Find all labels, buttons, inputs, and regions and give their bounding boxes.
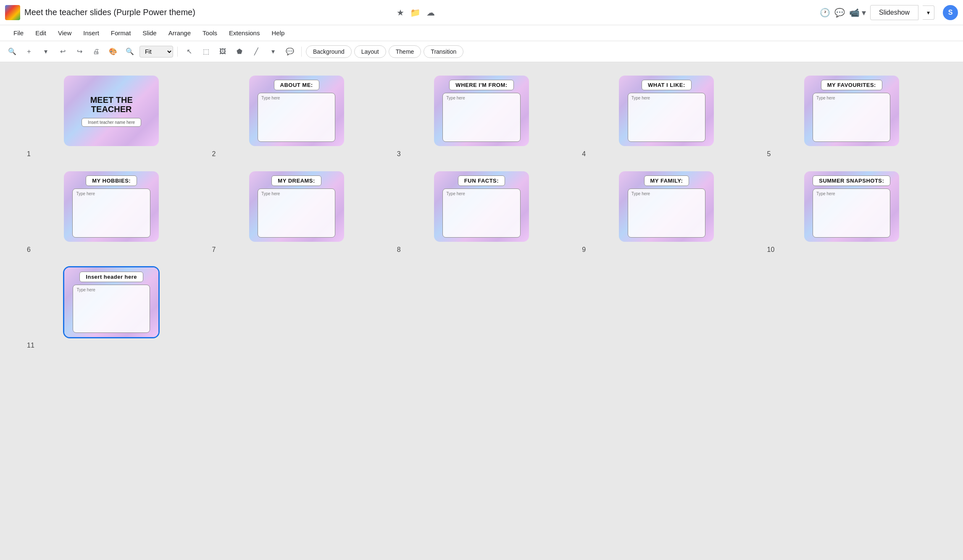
folder-icon[interactable]: 📁: [410, 8, 421, 18]
toolbar-divider-2: [301, 47, 302, 57]
slide-container-6: MY HOBBIES: Type here 6: [25, 170, 197, 254]
slide-3-placeholder: Type here: [446, 96, 516, 100]
slide-7-textbox: Type here: [258, 188, 335, 238]
slide-number-8: 8: [397, 246, 401, 254]
slide-10[interactable]: SUMMER SNAPSHOTS: Type here: [803, 170, 900, 243]
menu-insert[interactable]: Insert: [78, 28, 104, 38]
print-button[interactable]: 🖨: [89, 44, 103, 59]
zoom-select[interactable]: Fit 50% 75% 100% 125% 150%: [139, 46, 173, 58]
image-button[interactable]: 🖼: [216, 44, 230, 59]
slideshow-button[interactable]: Slideshow: [870, 5, 918, 20]
toolbar-divider-1: [177, 47, 178, 57]
slide-container-2: ABOUT ME: Type here 2: [210, 75, 382, 158]
add-slide-dropdown[interactable]: ▾: [39, 44, 53, 59]
slide-11[interactable]: Insert header here Type here: [63, 266, 160, 338]
slide-2-placeholder: Type here: [261, 96, 332, 100]
paint-button[interactable]: 🎨: [106, 44, 120, 59]
background-button[interactable]: Background: [306, 45, 352, 58]
slide-6[interactable]: MY HOBBIES: Type here: [63, 170, 160, 243]
toolbar: 🔍 + ▾ ↩ ↪ 🖨 🎨 🔍 Fit 50% 75% 100% 125% 15…: [0, 41, 963, 62]
menu-extensions[interactable]: Extensions: [224, 28, 265, 38]
slide-9-textbox: Type here: [628, 188, 705, 238]
slide-number-9: 9: [582, 246, 586, 254]
slide-1-content: MEET THE TEACHER Insert teacher name her…: [64, 76, 159, 146]
slide-8-textbox: Type here: [442, 188, 520, 238]
slide-1-name-box: Insert teacher name here: [82, 118, 141, 127]
transition-button[interactable]: Transition: [424, 45, 463, 58]
slide-7[interactable]: MY DREAMS: Type here: [248, 170, 345, 243]
slide-number-1: 1: [27, 150, 31, 158]
slide-5-textbox: Type here: [813, 93, 890, 142]
search-button[interactable]: 🔍: [5, 44, 19, 59]
slide-4-textbox: Type here: [628, 93, 705, 142]
theme-button[interactable]: Theme: [389, 45, 421, 58]
doc-title: Meet the teacher slides (Purple Power th…: [24, 8, 392, 17]
slide-8[interactable]: FUN FACTS: Type here: [433, 170, 530, 243]
layout-button[interactable]: Layout: [354, 45, 386, 58]
user-avatar[interactable]: S: [943, 5, 958, 20]
slide-number-4: 4: [582, 150, 586, 158]
slide-2-textbox: Type here: [258, 93, 335, 142]
slide-5-content: MY FAVOURITES: Type here: [804, 76, 899, 146]
slide-2-content: ABOUT ME: Type here: [249, 76, 344, 146]
menu-arrange[interactable]: Arrange: [163, 28, 196, 38]
star-icon[interactable]: ★: [397, 8, 404, 18]
slide-number-10: 10: [767, 246, 775, 254]
slides-grid: MEET THE TEACHER Insert teacher name her…: [25, 75, 938, 349]
slide-9-content: MY FAMILY: Type here: [619, 171, 714, 242]
menu-file[interactable]: File: [8, 28, 29, 38]
slide-7-header: MY DREAMS:: [271, 175, 321, 186]
comment-button[interactable]: 💬: [283, 44, 297, 59]
menu-edit[interactable]: Edit: [30, 28, 51, 38]
slide-number-5: 5: [767, 150, 771, 158]
line-button[interactable]: ╱: [249, 44, 263, 59]
slide-5[interactable]: MY FAVOURITES: Type here: [803, 75, 900, 147]
line-dropdown[interactable]: ▾: [266, 44, 280, 59]
slide-10-header: SUMMER SNAPSHOTS:: [813, 175, 890, 186]
menu-help[interactable]: Help: [266, 28, 289, 38]
app-icon[interactable]: [5, 5, 20, 20]
menu-view[interactable]: View: [53, 28, 76, 38]
slide-11-header: Insert header here: [79, 272, 143, 282]
slide-container-4: WHAT I LIKE: Type here 4: [580, 75, 753, 158]
slide-container-1: MEET THE TEACHER Insert teacher name her…: [25, 75, 197, 158]
slide-6-header: MY HOBBIES:: [86, 175, 137, 186]
slide-8-placeholder: Type here: [446, 191, 516, 196]
top-bar: Meet the teacher slides (Purple Power th…: [0, 0, 963, 25]
select-button[interactable]: ⬚: [199, 44, 213, 59]
menu-tools[interactable]: Tools: [197, 28, 222, 38]
slide-9[interactable]: MY FAMILY: Type here: [618, 170, 715, 243]
history-icon[interactable]: 🕐: [820, 8, 830, 18]
slideshow-dropdown-arrow[interactable]: ▾: [923, 5, 934, 20]
slide-5-placeholder: Type here: [816, 96, 887, 100]
cursor-button[interactable]: ↖: [182, 44, 196, 59]
add-slide-button[interactable]: +: [22, 44, 36, 59]
cloud-icon[interactable]: ☁: [426, 8, 435, 18]
slide-4-content: WHAT I LIKE: Type here: [619, 76, 714, 146]
zoom-button[interactable]: 🔍: [123, 44, 137, 59]
main-content: MEET THE TEACHER Insert teacher name her…: [0, 62, 963, 560]
menu-format[interactable]: Format: [106, 28, 136, 38]
slide-11-content: Insert header here Type here: [64, 267, 158, 337]
undo-button[interactable]: ↩: [55, 44, 70, 59]
slide-1-title: MEET THE TEACHER: [69, 95, 154, 114]
slide-3-textbox: Type here: [442, 93, 520, 142]
slide-3-header: WHERE I'M FROM:: [449, 80, 513, 90]
slide-number-7: 7: [212, 246, 216, 254]
slide-11-textbox: Type here: [73, 285, 150, 333]
slide-4[interactable]: WHAT I LIKE: Type here: [618, 75, 715, 147]
slide-2[interactable]: ABOUT ME: Type here: [248, 75, 345, 147]
video-icon[interactable]: 📹 ▾: [849, 8, 866, 18]
slide-4-placeholder: Type here: [631, 96, 702, 100]
slide-10-content: SUMMER SNAPSHOTS: Type here: [804, 171, 899, 242]
comment-icon[interactable]: 💬: [834, 8, 845, 18]
title-icons: ★ 📁 ☁: [397, 8, 435, 18]
redo-button[interactable]: ↪: [72, 44, 87, 59]
shape-button[interactable]: ⬟: [232, 44, 247, 59]
slide-container-10: SUMMER SNAPSHOTS: Type here 10: [766, 170, 938, 254]
slide-container-11: Insert header here Type here 11: [25, 266, 197, 349]
slide-3[interactable]: WHERE I'M FROM: Type here: [433, 75, 530, 147]
menu-slide[interactable]: Slide: [137, 28, 161, 38]
slide-1[interactable]: MEET THE TEACHER Insert teacher name her…: [63, 75, 160, 147]
menu-bar: File Edit View Insert Format Slide Arran…: [0, 25, 963, 41]
